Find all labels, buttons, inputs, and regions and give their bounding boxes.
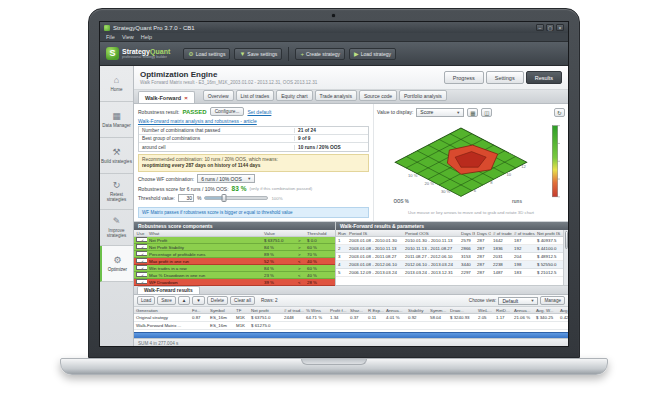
recommended-combination-note: Recommended combination: 10 runs / 20% O…	[138, 154, 369, 172]
sidebar-item-data-manager[interactable]: ▦ Data Manager	[100, 102, 133, 138]
stat-row: Best group of combinations 9 of 9	[139, 135, 368, 143]
view-toolbar-button[interactable]: Overview	[203, 90, 234, 101]
maximize-button[interactable]: ▢	[546, 24, 554, 31]
clear-all-button[interactable]: Clear all	[230, 296, 255, 305]
selected-row-highlight[interactable]	[134, 332, 568, 338]
view-toolbar-button[interactable]: Portfolio analysis	[399, 90, 447, 101]
results-column-header[interactable]: Net profit	[249, 308, 282, 313]
results-column-header[interactable]: Annua...	[512, 308, 534, 313]
create-strategy-button[interactable]: + Create strategy	[295, 48, 345, 60]
components-row[interactable]: ✓ Net Profit $ 63751.0 > $ 0.0	[134, 237, 335, 244]
results-row[interactable]: Walk-Forward Matrix ... ES_16mM1K $ 6127…	[134, 322, 568, 330]
progress-button[interactable]: Progress	[444, 71, 484, 84]
view-toolbar-button[interactable]: List of trades	[236, 90, 275, 101]
set-default-link[interactable]: Set default	[247, 109, 271, 115]
results-row[interactable]: Original strategy0.87 ES_16mM1K $ 63751.…	[134, 314, 568, 322]
wf-row[interactable]: 32003.01.08 - 2011.08.27 2011.08.27 - 20…	[336, 253, 563, 261]
configure-button[interactable]: Configure...	[210, 107, 245, 116]
sidebar: ⌂ Home ▦ Data Manager ⚒ Build strategies…	[100, 66, 134, 346]
results-column-header[interactable]: TF	[234, 308, 249, 313]
results-column-header[interactable]: # of trad...	[282, 308, 304, 313]
wf-combination-select[interactable]: 6 runs / 10% OOS ▼	[197, 174, 255, 183]
tab-walk-forward[interactable]: Walk-Forward ×	[138, 91, 195, 103]
use-checkbox[interactable]: ✓	[136, 244, 147, 249]
results-column-header[interactable]: WinL...	[476, 308, 494, 313]
threshold-slider[interactable]	[204, 196, 268, 200]
sidebar-item-optimizer[interactable]: ⚙ Optimizer	[100, 246, 133, 282]
results-column-header[interactable]: Draw...	[448, 308, 476, 313]
components-row[interactable]: ✓ Percentage of profitable runs 89 % > 7…	[134, 251, 335, 258]
results-column-header[interactable]: Symbol	[208, 308, 234, 313]
wf-row[interactable]: 12003.01.08 - 2010.01.30 2010.01.30 - 20…	[336, 237, 563, 245]
use-checkbox[interactable]: ✓	[136, 258, 147, 263]
components-row[interactable]: ✓ Win trades in a row 84 % > 60 %	[134, 265, 335, 272]
view-select[interactable]: Default ▼	[498, 297, 538, 305]
sidebar-item-build-strategies[interactable]: ⚒ Build strategies	[100, 138, 133, 174]
results-column-header[interactable]: RetD...	[494, 308, 512, 313]
manage-button[interactable]: Manage	[540, 296, 565, 305]
use-checkbox[interactable]: ✓	[136, 237, 147, 242]
wf-row[interactable]: 42003.01.08 - 2012.06.10 2012.06.10 - 20…	[336, 261, 563, 269]
menu-view[interactable]: View	[122, 34, 134, 40]
view-toolbar-button[interactable]: Source code	[359, 90, 397, 101]
close-button[interactable]: ×	[556, 24, 564, 31]
results-column-header[interactable]: Generation	[134, 308, 190, 313]
components-row[interactable]: ✓ Max profit in one run 52 % < 40 %	[134, 258, 335, 265]
save-button[interactable]: Save	[157, 296, 175, 305]
grid-view-button[interactable]: ▦	[467, 108, 478, 117]
results-toolbar: Load Save ▲ ▼ Delete Clear all Rows: 2 C…	[134, 295, 568, 307]
components-row[interactable]: ✓ Max % Drawdown in one run 23 % < 40 %	[134, 272, 335, 279]
vertical-scrollbar[interactable]	[563, 230, 568, 285]
sidebar-item-improve-strategies[interactable]: ✎ Improve strategies	[100, 210, 133, 246]
results-column-header[interactable]: Symm...	[428, 308, 448, 313]
delete-button[interactable]: Delete	[207, 296, 228, 305]
wf-row[interactable]: 52006.12.09 - 2013.03.24 2013.03.24 - 20…	[336, 269, 563, 277]
load-button[interactable]: Load	[137, 296, 155, 305]
results-column-header[interactable]: Avg. L...	[558, 308, 568, 313]
article-link[interactable]: Walk-Forward matrix analysis and robustn…	[138, 118, 257, 124]
components-row[interactable]: ✓ WF Drawdown 39 % < 28 %	[134, 279, 335, 286]
minimize-button[interactable]: –	[536, 24, 544, 31]
use-checkbox[interactable]: ✓	[136, 272, 147, 277]
app-icon	[104, 25, 110, 31]
results-column-header[interactable]: % Wins	[304, 308, 328, 313]
save-settings-button[interactable]: ▼ Save settings	[234, 48, 282, 60]
slider-handle[interactable]	[222, 194, 227, 202]
scrollbar-thumb[interactable]	[565, 231, 568, 249]
menu-help[interactable]: Help	[141, 34, 152, 40]
use-checkbox[interactable]: ✓	[136, 265, 147, 270]
wf-matrix-3d-chart[interactable]: 10 % 20 % 30 % 6 8 10 12 OOS % runs	[377, 118, 565, 210]
components-row[interactable]: ✓ Net Profit Stability 84 % > 60 %	[134, 244, 335, 251]
refresh-button[interactable]: ↻	[554, 108, 565, 117]
view-toolbar-button[interactable]: Trade analysis	[315, 90, 357, 101]
results-column-header[interactable]: Fit...	[190, 308, 208, 313]
results-column-header[interactable]: R Exp...	[366, 308, 384, 313]
menu-file[interactable]: File	[106, 34, 115, 40]
robustness-score-label: Robustness score for 6 runs / 10% OOS:	[138, 186, 229, 192]
results-panel-tab[interactable]: Walk-Forward results	[137, 286, 200, 294]
settings-button[interactable]: Settings	[486, 71, 524, 84]
tab-close-icon[interactable]: ×	[184, 95, 188, 101]
results-column-header[interactable]: Annua...	[384, 308, 406, 313]
load-settings-button[interactable]: ⚙ Load settings	[183, 48, 230, 60]
results-column-header[interactable]: Avg. W...	[534, 308, 558, 313]
results-column-header[interactable]: Stability	[406, 308, 428, 313]
load-strategy-button[interactable]: ▶ Load strategy	[349, 48, 396, 60]
plus-icon: +	[300, 51, 304, 57]
chart-panel: Value to display: Score ▼ ▦ ◫ ↻	[374, 104, 568, 221]
sidebar-item-retest-strategies[interactable]: ↻ Retest strategies	[100, 174, 133, 210]
sidebar-item-home[interactable]: ⌂ Home	[100, 66, 133, 102]
chart-view-button[interactable]: ◫	[481, 108, 492, 117]
wf-column-header: Net profit IS	[535, 231, 562, 236]
move-up-button[interactable]: ▲	[178, 296, 191, 305]
results-button[interactable]: Results	[526, 71, 562, 84]
use-checkbox[interactable]: ✓	[136, 279, 147, 284]
move-down-button[interactable]: ▼	[192, 296, 205, 305]
use-checkbox[interactable]: ✓	[136, 251, 147, 256]
results-column-header[interactable]: Shar...	[348, 308, 366, 313]
view-toolbar-button[interactable]: Equity chart	[276, 90, 312, 101]
results-column-header[interactable]: Profit f...	[328, 308, 348, 313]
threshold-input[interactable]: 30	[178, 194, 194, 202]
value-to-display-select[interactable]: Score ▼	[416, 108, 464, 117]
wf-row[interactable]: 22003.01.08 - 2010.11.13 2010.11.13 - 20…	[336, 245, 563, 253]
